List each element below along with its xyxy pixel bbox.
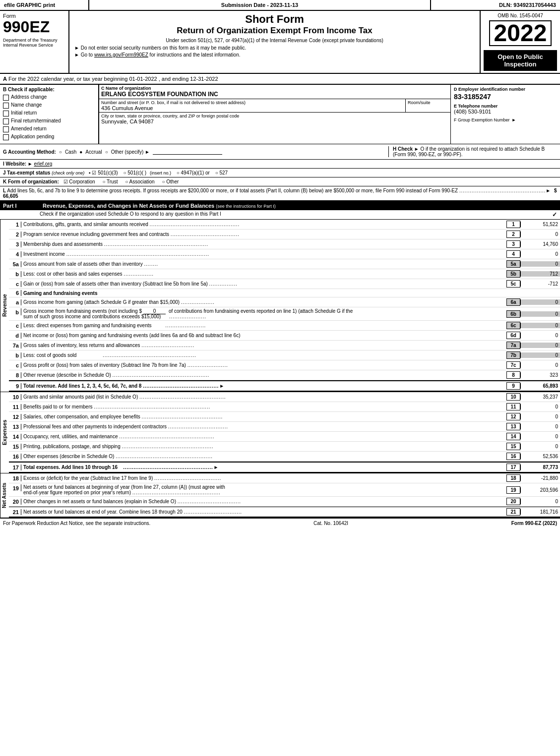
row-5a-desc: Gross amount from sale of assets other t… <box>21 261 506 267</box>
row-11-line: 11 <box>506 403 520 410</box>
row-15-line: 15 <box>506 443 520 450</box>
address-change-label: Address change <box>11 94 47 100</box>
row-5a-value: 0 <box>520 261 560 267</box>
city-section: City or town, state or province, country… <box>99 113 450 125</box>
tax-status-section: J Tax-exempt status (check only one) ▪ ☑… <box>0 169 560 177</box>
row-19-line: 19 <box>506 486 520 494</box>
dept-label: Department of the Treasury Internal Reve… <box>3 38 65 48</box>
row-4-num: 4 <box>9 251 21 257</box>
row-7b-line: 7b <box>506 351 520 359</box>
row-7b-desc: Less: cost of goods sold . . . . . . . .… <box>21 352 506 358</box>
l-arrow: ► <box>546 188 551 193</box>
row-7c: c Gross profit or (loss) from sales of i… <box>9 360 560 370</box>
row-7c-num: c <box>9 362 21 368</box>
row-6-desc: Gaming and fundraising events <box>21 291 506 296</box>
website-url[interactable]: erlef.org <box>34 161 53 167</box>
street-section: Number and street (or P. O. box, if mail… <box>99 99 406 112</box>
section-d-panel: D Employer identification number 83-3185… <box>451 85 560 144</box>
checkbox-app-pending[interactable]: Application pending <box>3 134 95 140</box>
expenses-label: Expenses <box>0 392 9 473</box>
checkbox-box-final[interactable] <box>3 118 9 124</box>
row-15-desc: Printing, publications, postage, and shi… <box>21 444 506 449</box>
room-label: Room/suite <box>408 100 448 105</box>
row-5b-value: 712 <box>520 271 560 277</box>
instruction1: ► Do not enter social security numbers o… <box>74 45 475 51</box>
address-label: Number and street (or P. O. box, if mail… <box>101 100 403 105</box>
row-16-num: 16 <box>9 454 21 460</box>
f-arrow: ► <box>512 117 516 122</box>
section-c-panel: C Name of organization ERLANG ECOSYSTEM … <box>99 85 451 144</box>
row-12-num: 12 <box>9 414 21 420</box>
row-13-num: 13 <box>9 424 21 430</box>
row-5b-line: 5b <box>506 270 520 278</box>
row-6d-num: d <box>9 333 21 339</box>
row-7c-desc: Gross profit or (loss) from sales of inv… <box>21 362 506 368</box>
tax-year: 2022 <box>489 20 552 46</box>
phone: (408) 530-9101 <box>454 109 557 115</box>
row-17-value: 87,773 <box>520 465 560 470</box>
irs-link[interactable]: www.irs.gov/Form990EZ <box>94 52 148 58</box>
part-i-title: Revenue, Expenses, and Changes in Net As… <box>43 203 557 209</box>
top-bar: efile GRAPHIC print Submission Date - 20… <box>0 0 560 11</box>
final-return-label: Final return/terminated <box>11 118 61 123</box>
row-14-num: 14 <box>9 434 21 440</box>
k-assoc: Association <box>129 179 155 184</box>
row-6a-value: 0 <box>520 299 560 305</box>
city-label: City or town, state or province, country… <box>101 114 448 118</box>
omb-panel: OMB No. 1545-0047 2022 Open to Public In… <box>481 11 560 73</box>
dln: DLN: 93492317054443 <box>431 0 560 10</box>
row-2-desc: Program service revenue including govern… <box>21 232 506 237</box>
schedule-o-note: Check if the organization used Schedule … <box>40 211 221 218</box>
row-12-desc: Salaries, other compensation, and employ… <box>21 414 506 419</box>
tax-insert: (insert no.) <box>150 171 171 175</box>
row-18-num: 18 <box>9 475 21 481</box>
checkbox-final-return[interactable]: Final return/terminated <box>3 118 95 124</box>
org-name: ERLANG ECOSYSTEM FOUNDATION INC <box>101 91 448 98</box>
checkbox-box-amended[interactable] <box>3 126 9 132</box>
row-20: 20 Other changes in net assets or fund b… <box>9 497 560 507</box>
row-3-desc: Membership dues and assessments . . . . … <box>21 241 506 247</box>
checkbox-amended-return[interactable]: Amended return <box>3 126 95 132</box>
checkbox-box-address[interactable] <box>3 95 9 101</box>
checkbox-address-change[interactable]: Address change <box>3 94 95 101</box>
checkbox-box-initial[interactable] <box>3 111 9 116</box>
checkbox-initial-return[interactable]: Initial return <box>3 110 95 116</box>
row-11-desc: Benefits paid to or for members . . . . … <box>21 404 506 409</box>
row-18-desc: Excess or (deficit) for the year (Subtra… <box>21 475 506 481</box>
checkbox-box-name[interactable] <box>3 103 9 109</box>
instructions: ► Do not enter social security numbers o… <box>74 45 475 58</box>
row-6a-num: a <box>9 299 21 305</box>
expenses-rows: 10 Grants and similar amounts paid (list… <box>9 392 560 473</box>
row-7b-num: b <box>9 352 21 358</box>
k-section: K Form of organization: ☑ Corporation ○ … <box>0 177 560 186</box>
submission-date: Submission Date - 2023-11-13 <box>89 0 431 10</box>
row-11: 11 Benefits paid to or for members . . .… <box>9 402 560 412</box>
row-19-desc: Net assets or fund balances at beginning… <box>21 484 506 495</box>
amended-return-label: Amended return <box>11 126 47 131</box>
initial-return-label: Initial return <box>11 110 37 116</box>
omb-number: OMB No. 1545-0047 <box>484 13 557 18</box>
schedule-o-row: Check if the organization used Schedule … <box>0 210 560 220</box>
footer-mid: Cat. No. 10642I <box>313 521 348 526</box>
footer-left: For Paperwork Reduction Act Notice, see … <box>3 521 150 526</box>
row-11-value: 0 <box>520 404 560 409</box>
revenue-label: Revenue <box>0 220 9 392</box>
c-label: C Name of organization <box>101 86 448 91</box>
k-trust: Trust <box>107 179 118 184</box>
row-5b-desc: Less: cost or other basis and sales expe… <box>21 271 506 277</box>
row-5a: 5a Gross amount from sale of assets othe… <box>9 259 560 269</box>
checkbox-box-pending[interactable] <box>3 134 9 140</box>
row-5c-num: c <box>9 281 21 287</box>
j-note: (check only one) <box>52 171 84 175</box>
row-6b: b Gross income from fundraising events (… <box>9 307 560 321</box>
row-6b-line: 6b <box>506 310 520 318</box>
row-4-value: 0 <box>520 251 560 257</box>
g-label: G Accounting Method: <box>3 149 56 155</box>
checkbox-name-change[interactable]: Name change <box>3 102 95 109</box>
revenue-rows: 1 Contributions, gifts, grants, and simi… <box>9 220 560 392</box>
footer-right: Form 990-EZ (2022) <box>511 521 557 526</box>
row-7a-desc: Gross sales of inventory, less returns a… <box>21 343 506 348</box>
efile-label: efile GRAPHIC print <box>0 0 89 10</box>
row-15-num: 15 <box>9 444 21 450</box>
row-9-num: 9 <box>9 383 21 389</box>
